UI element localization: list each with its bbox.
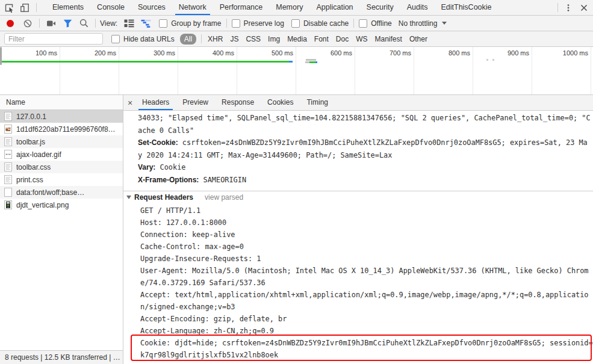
detail-tab-timing[interactable]: Timing xyxy=(300,95,335,110)
request-detail-pane: × HeadersPreviewResponseCookiesTiming 34… xyxy=(123,95,593,364)
detail-tab-headers[interactable]: Headers xyxy=(135,95,176,110)
separator xyxy=(95,19,96,28)
filter-pill-other[interactable]: Other xyxy=(409,35,428,43)
detail-tab-response[interactable]: Response xyxy=(215,95,261,110)
headers-content: 34033; "Elapsed time", SQLPanel_sql_time… xyxy=(123,111,593,364)
overview-scrollbar-thumb[interactable] xyxy=(0,47,2,65)
kebab-menu-icon[interactable] xyxy=(560,0,576,15)
view-parsed-link[interactable]: view parsed xyxy=(205,193,243,202)
request-row[interactable]: djdt_vertical.png xyxy=(0,199,123,211)
filter-pill-media[interactable]: Media xyxy=(287,35,308,43)
tick-label: 1000 ms xyxy=(563,49,588,57)
filter-pill-font[interactable]: Font xyxy=(314,35,329,43)
header-value: SAMEORIGIN xyxy=(199,176,246,184)
request-row[interactable]: toolbar.css xyxy=(0,161,123,173)
large-rows-icon[interactable] xyxy=(121,16,137,31)
close-icon[interactable] xyxy=(576,0,592,15)
timeline-overview[interactable]: 100 ms200 ms300 ms400 ms500 ms600 ms700 … xyxy=(0,47,593,95)
request-bar xyxy=(305,61,309,63)
response-header-line: Set-Cookie: csrftoken=z4sDnWBZDz5Y9zIvr0… xyxy=(123,137,593,149)
request-bar xyxy=(315,61,317,63)
filter-pill-doc[interactable]: Doc xyxy=(335,35,349,43)
request-row[interactable]: 127.0.0.1 xyxy=(0,110,123,123)
request-headers-section-header[interactable]: Request Headersview parsed xyxy=(123,192,593,203)
tick-label: 500 ms xyxy=(272,49,293,57)
tab-performance[interactable]: Performance xyxy=(213,0,270,15)
tab-elements[interactable]: Elements xyxy=(46,0,90,15)
main-request-bar-end xyxy=(289,61,293,63)
filter-pill-manifest[interactable]: Manifest xyxy=(374,35,403,43)
offline-checkbox[interactable] xyxy=(359,19,367,28)
tab-audits[interactable]: Audits xyxy=(400,0,435,15)
filter-pill-xhr[interactable]: XHR xyxy=(207,35,223,43)
main-tabs: ElementsConsoleSourcesNetworkPerformance… xyxy=(46,0,498,15)
filter-icon[interactable] xyxy=(60,16,75,31)
filter-bar: Hide data URLs AllXHRJSCSSImgMediaFontDo… xyxy=(0,31,593,47)
grid-line xyxy=(355,47,355,94)
tab-editthiscookie[interactable]: EditThisCookie xyxy=(434,0,498,15)
request-name: toolbar.css xyxy=(16,163,51,171)
request-row[interactable]: data:font/woff;base… xyxy=(0,186,123,199)
tab-application[interactable]: Application xyxy=(309,0,359,15)
detail-tab-preview[interactable]: Preview xyxy=(176,95,215,110)
detail-tab-bar: × HeadersPreviewResponseCookiesTiming xyxy=(123,95,593,111)
tab-network[interactable]: Network xyxy=(172,0,213,15)
detail-tab-cookies[interactable]: Cookies xyxy=(261,95,300,110)
group-by-frame-checkbox[interactable] xyxy=(159,19,167,28)
raw-header-line: Cookie: djdt=hide; csrftoken=z4sDnWBZDz5… xyxy=(123,337,593,349)
raw-header-line: n/signed-exchange;v=b3 xyxy=(123,301,593,313)
network-toolbar: View: Group by frame Preserve log Disabl… xyxy=(0,16,593,31)
raw-header-line: Host: 127.0.0.1:8000 xyxy=(123,217,593,229)
raw-header-line: Connection: keep-alive xyxy=(123,229,593,241)
filter-pill-css[interactable]: CSS xyxy=(245,35,261,43)
raw-header-line: e/74.0.3729.169 Safari/537.36 xyxy=(123,277,593,289)
request-row[interactable]: toolbar.js xyxy=(0,135,123,148)
tick-label: 600 ms xyxy=(331,49,352,57)
disable-cache-checkbox[interactable] xyxy=(291,19,300,28)
request-name: 127.0.0.1 xyxy=(16,113,46,121)
tick-label: 800 ms xyxy=(449,49,470,57)
filter-pill-ws[interactable]: WS xyxy=(355,35,368,43)
filter-pill-js[interactable]: JS xyxy=(229,35,239,43)
group-by-frame-label: Group by frame xyxy=(171,19,221,28)
request-row[interactable]: ajax-loader.gif xyxy=(0,148,123,161)
request-name: ajax-loader.gif xyxy=(16,150,61,159)
response-header-line: X-Frame-Options: SAMEORIGIN xyxy=(123,174,593,187)
search-icon[interactable] xyxy=(76,16,92,31)
request-row[interactable]: print.css xyxy=(0,173,123,186)
disable-cache-label: Disable cache xyxy=(303,19,349,28)
raw-request-headers: GET / HTTP/1.1Host: 127.0.0.1:8000Connec… xyxy=(123,205,593,361)
separator xyxy=(36,3,37,12)
filter-input[interactable] xyxy=(4,33,103,45)
tab-console[interactable]: Console xyxy=(90,0,131,15)
separator xyxy=(201,34,202,43)
device-toolbar-icon[interactable] xyxy=(17,0,33,15)
inspect-element-icon[interactable] xyxy=(1,0,17,15)
request-row[interactable]: 1d1df6220ab711e9996760f8… xyxy=(0,123,123,135)
close-detail-icon[interactable]: × xyxy=(125,95,135,110)
preserve-log-checkbox[interactable] xyxy=(232,19,240,28)
throttling-select[interactable]: No throttling xyxy=(399,19,438,28)
script-icon xyxy=(4,137,12,146)
filter-pill-all[interactable]: All xyxy=(180,34,196,45)
hide-data-urls-checkbox[interactable] xyxy=(111,35,120,43)
request-bar xyxy=(309,61,315,63)
status-bar: 8 requests | 12.5 KB transferred | … xyxy=(0,350,123,364)
grid-line xyxy=(414,47,414,94)
response-header-line: y 2020 14:24:11 GMT; Max-Age=31449600; P… xyxy=(123,149,593,162)
clear-icon[interactable] xyxy=(20,16,36,31)
tab-sources[interactable]: Sources xyxy=(131,0,172,15)
header-value: 34033; "Elapsed time", SQLPanel_sql_time… xyxy=(138,114,591,122)
tab-security[interactable]: Security xyxy=(360,0,400,15)
request-name: djdt_vertical.png xyxy=(16,201,69,209)
tick-label: 400 ms xyxy=(213,49,234,57)
separator xyxy=(353,19,354,28)
tab-memory[interactable]: Memory xyxy=(269,0,309,15)
record-button[interactable] xyxy=(2,16,18,31)
main-tab-bar: ElementsConsoleSourcesNetworkPerformance… xyxy=(0,0,593,16)
capture-screenshots-icon[interactable] xyxy=(43,16,59,31)
show-overview-icon[interactable] xyxy=(138,16,154,31)
requests-table: Name 127.0.0.11d1df6220ab711e9996760f8…t… xyxy=(0,95,123,364)
filter-pill-img[interactable]: Img xyxy=(267,35,281,43)
name-column-header[interactable]: Name xyxy=(0,95,123,110)
